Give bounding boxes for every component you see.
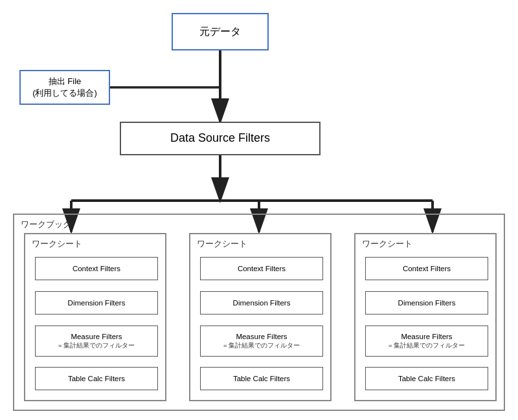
motodata-label: 元データ <box>199 25 241 39</box>
worksheet1-container: ワークシート Context Filters Dimension Filters… <box>24 233 166 401</box>
motodata-box: 元データ <box>172 13 269 50</box>
worksheet3-container: ワークシート Context Filters Dimension Filters… <box>354 233 497 401</box>
measure-label2: Measure Filters <box>236 332 287 342</box>
context-label2: Context Filters <box>238 264 286 274</box>
measure-sub-label3: = 集計結果でのフィルター <box>388 342 465 349</box>
ws2-measure-filter: Measure Filters = 集計結果でのフィルター <box>200 326 323 357</box>
ws2-label: ワークシート <box>197 238 247 250</box>
extract-label: 抽出 File (利用してる場合) <box>32 76 97 99</box>
measure-sub-label: = 集計結果でのフィルター <box>58 342 135 349</box>
datasource-label: Data Source Filters <box>170 130 270 146</box>
ws2-tablecalc-filter: Table Calc Filters <box>200 367 323 390</box>
tablecalc-label2: Table Calc Filters <box>233 374 290 384</box>
measure-label3: Measure Filters <box>401 332 452 342</box>
context-label: Context Filters <box>73 264 120 274</box>
workbook-container: ワークブック ワークシート Context Filters Dimension … <box>13 214 505 411</box>
measure-sub-label2: = 集計結果でのフィルター <box>223 342 300 349</box>
ws3-tablecalc-filter: Table Calc Filters <box>365 367 488 390</box>
ws3-context-filter: Context Filters <box>365 257 488 280</box>
ws3-dimension-filter: Dimension Filters <box>365 291 488 315</box>
tablecalc-label3: Table Calc Filters <box>398 374 455 384</box>
ws1-label: ワークシート <box>32 238 82 250</box>
ws1-context-filter: Context Filters <box>35 257 158 280</box>
dimension-label: Dimension Filters <box>68 298 126 308</box>
worksheet2-container: ワークシート Context Filters Dimension Filters… <box>189 233 332 401</box>
diagram: 元データ 抽出 File (利用してる場合) Data Source Filte… <box>0 0 518 420</box>
extract-box: 抽出 File (利用してる場合) <box>19 70 110 105</box>
dimension-label3: Dimension Filters <box>398 298 456 308</box>
context-label3: Context Filters <box>403 264 451 274</box>
measure-label: Measure Filters <box>71 332 122 342</box>
tablecalc-label: Table Calc Filters <box>68 374 125 384</box>
workbook-label: ワークブック <box>21 219 71 230</box>
datasource-box: Data Source Filters <box>120 122 321 155</box>
ws1-measure-filter: Measure Filters = 集計結果でのフィルター <box>35 326 158 357</box>
ws1-dimension-filter: Dimension Filters <box>35 291 158 315</box>
ws3-measure-filter: Measure Filters = 集計結果でのフィルター <box>365 326 488 357</box>
ws2-context-filter: Context Filters <box>200 257 323 280</box>
ws3-label: ワークシート <box>362 238 412 250</box>
ws1-tablecalc-filter: Table Calc Filters <box>35 367 158 390</box>
dimension-label2: Dimension Filters <box>233 298 291 308</box>
ws2-dimension-filter: Dimension Filters <box>200 291 323 315</box>
